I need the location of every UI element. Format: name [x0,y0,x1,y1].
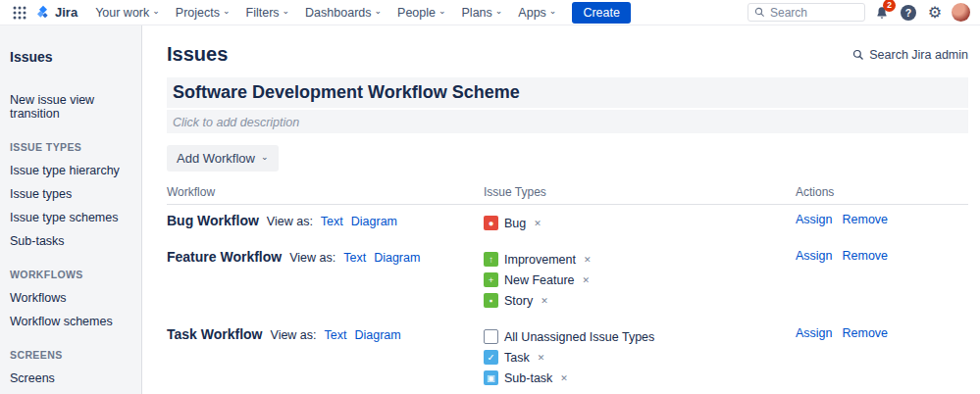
sidebar-item-issue-type-hierarchy[interactable]: Issue type hierarchy [10,159,131,182]
assign-link[interactable]: Assign [796,326,833,340]
view-as-label: View as: [267,215,313,228]
improvement-icon: ↑ [484,252,498,267]
user-avatar[interactable] [952,3,970,22]
issue-type-label: Sub-task [504,371,552,385]
global-search-box[interactable] [748,3,865,22]
sidebar-item-workflows[interactable]: Workflows [10,286,131,310]
view-text-link[interactable]: Text [325,328,347,342]
nav-projects[interactable]: Projects⌄ [168,3,238,23]
sidebar-section-screens: SCREENS [10,349,131,361]
view-diagram-link[interactable]: Diagram [374,251,420,265]
issue-type-label: Improvement [504,253,576,267]
remove-issue-type-icon[interactable]: ✕ [560,373,568,383]
issue-type-label: All Unassigned Issue Types [504,330,654,344]
remove-link[interactable]: Remove [843,326,889,340]
chevron-down-icon: ⌄ [261,153,269,162]
remove-issue-type-icon[interactable]: ✕ [583,275,591,285]
chevron-down-icon: ⌄ [495,7,503,16]
remove-issue-type-icon[interactable]: ✕ [541,296,548,306]
nav-dashboards[interactable]: Dashboards⌄ [297,3,389,23]
chevron-down-icon: ⌄ [438,7,446,16]
view-text-link[interactable]: Text [321,215,343,228]
view-text-link[interactable]: Text [343,251,366,265]
remove-issue-type-icon[interactable]: ✕ [538,353,545,363]
story-icon: ▪ [484,293,498,308]
nav-apps[interactable]: Apps⌄ [510,3,564,23]
issue-type-chip: ↑ Improvement ✕ [484,249,796,270]
help-icon[interactable]: ? [899,3,918,23]
app-switcher-icon[interactable] [10,3,29,23]
sidebar-item-issue-types[interactable]: Issue types [10,182,131,206]
jira-logo[interactable]: Jira [33,5,83,21]
subtask-icon: ▣ [484,370,498,385]
view-as-label: View as: [271,328,317,342]
issue-type-chip: ▪ Story ✕ [484,290,796,311]
search-icon [754,7,765,18]
sidebar-item-workflow-schemes[interactable]: Workflow schemes [10,310,131,333]
issue-type-label: Bug [504,217,526,230]
nav-people[interactable]: People⌄ [389,3,453,23]
chevron-down-icon: ⌄ [152,7,160,16]
scheme-title-bar[interactable]: Software Development Workflow Scheme [167,77,968,108]
issue-type-chip: ▣ Sub-task ✕ [484,368,796,388]
sidebar-section-issue-types: ISSUE TYPES [10,141,131,153]
remove-link[interactable]: Remove [843,213,889,226]
page-title: Issues [167,43,228,66]
issue-type-chip: ✓ Task ✕ [484,347,796,368]
remove-issue-type-icon[interactable]: ✕ [534,219,542,228]
task-icon: ✓ [484,350,498,365]
description-placeholder: Click to add description [173,116,299,129]
notification-badge: 2 [883,0,896,12]
sidebar-item-screen-schemes[interactable]: Screen schemes [10,390,131,394]
primary-nav: Your work⌄ Projects⌄ Filters⌄ Dashboards… [87,3,564,23]
jira-logo-icon [35,5,51,21]
column-header-issue-types: Issue Types [484,185,796,199]
column-header-workflow: Workflow [167,185,484,199]
issue-type-chip: ● Bug ✕ [484,213,796,233]
nav-your-work[interactable]: Your work⌄ [87,3,168,23]
nav-filters[interactable]: Filters⌄ [238,3,298,23]
sidebar-item-sub-tasks[interactable]: Sub-tasks [10,229,131,253]
sidebar-section-workflows: WORKFLOWS [10,269,131,280]
search-icon [852,49,864,61]
all-unassigned-icon [484,329,498,344]
view-as-label: View as: [289,251,335,265]
bug-icon: ● [484,216,498,230]
issue-type-label: Task [504,351,530,365]
nav-plans[interactable]: Plans⌄ [454,3,511,23]
jira-logo-text: Jira [55,5,77,20]
notifications-bell-icon[interactable]: 2 [872,3,892,23]
remove-issue-type-icon[interactable]: ✕ [584,255,592,265]
remove-link[interactable]: Remove [843,249,889,263]
sidebar-item-issue-type-schemes[interactable]: Issue type schemes [10,206,131,229]
issue-type-chip: + New Feature ✕ [484,270,796,290]
create-button[interactable]: Create [572,2,631,24]
view-diagram-link[interactable]: Diagram [354,328,400,342]
chevron-down-icon: ⌄ [375,7,383,16]
top-navigation-bar: Jira Your work⌄ Projects⌄ Filters⌄ Dashb… [0,0,980,25]
sidebar-item-screens[interactable]: Screens [10,367,131,390]
workflow-name: Feature Workflow [167,249,282,265]
assign-link[interactable]: Assign [796,249,833,263]
chevron-down-icon: ⌄ [223,7,231,16]
table-row: Feature Workflow View as: Text Diagram ↑… [167,241,968,319]
issue-type-label: New Feature [504,273,575,287]
workflow-scheme-table: Workflow Issue Types Actions Bug Workflo… [167,185,968,394]
sidebar-item-new-issue-view-transition[interactable]: New issue view transition [10,88,131,125]
chevron-down-icon: ⌄ [549,7,557,16]
workflow-name: Bug Workflow [167,213,259,228]
table-header-row: Workflow Issue Types Actions [167,185,968,205]
settings-gear-icon[interactable]: ⚙ [925,3,945,23]
new-feature-icon: + [484,272,498,287]
scheme-title: Software Development Workflow Scheme [173,82,520,102]
view-diagram-link[interactable]: Diagram [351,215,397,228]
issue-type-label: Story [504,294,533,308]
search-jira-admin-link[interactable]: Search Jira admin [852,48,968,62]
scheme-description-field[interactable]: Click to add description [167,110,968,133]
search-input[interactable] [770,6,849,20]
workflow-name: Task Workflow [167,326,263,342]
assign-link[interactable]: Assign [796,213,833,226]
main-content: Issues Search Jira admin Software Develo… [142,25,980,394]
add-workflow-button[interactable]: Add Workflow ⌄ [167,145,279,172]
table-row: Task Workflow View as: Text Diagram All … [167,319,968,394]
